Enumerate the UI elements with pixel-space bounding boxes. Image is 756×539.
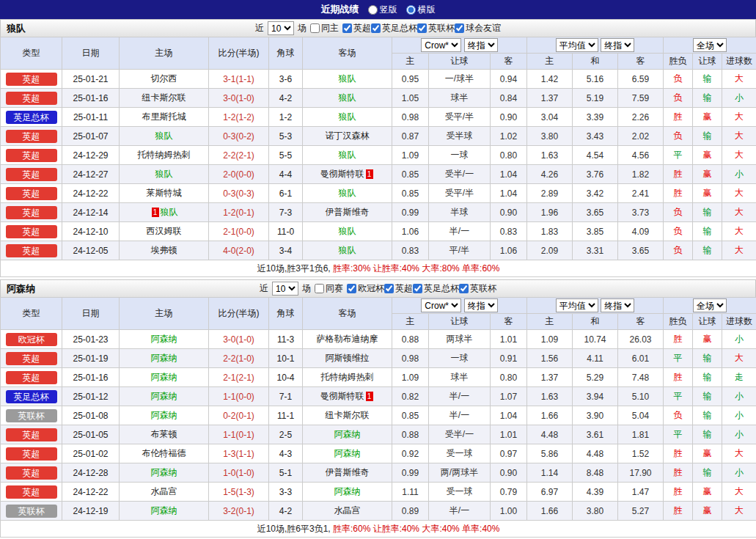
league-cell: 英超 bbox=[1, 425, 62, 444]
home-team-cell: 1狼队 bbox=[120, 203, 209, 222]
team-name: 西汉姆联 bbox=[147, 226, 182, 236]
near-label: 近 bbox=[255, 22, 264, 34]
away-team-cell: 阿斯顿维拉 bbox=[303, 349, 392, 368]
avg-odds-cell: 4.48 bbox=[527, 425, 573, 444]
team-name: 水晶宫 bbox=[334, 505, 361, 516]
league-filter-checkbox[interactable] bbox=[455, 23, 464, 33]
match-row: 英超24-12-27狼队2-0(0-0)4-4曼彻斯特联10.85受半/一1.0… bbox=[1, 165, 756, 184]
league-filter-checkbox[interactable] bbox=[371, 23, 381, 33]
avg-stage-select[interactable]: 终指 bbox=[601, 298, 634, 312]
league-badge: 英超 bbox=[6, 225, 57, 238]
odds-stage-select[interactable]: 终指 bbox=[464, 38, 498, 52]
avg-odds-cell: 2.09 bbox=[527, 241, 573, 260]
period-select[interactable]: 全场 bbox=[693, 38, 727, 52]
same-filter[interactable]: 同赛 bbox=[315, 282, 343, 295]
same-filter-checkbox[interactable] bbox=[310, 23, 320, 33]
goals-result-cell: 大 bbox=[722, 502, 756, 521]
league-cell: 英超 bbox=[1, 241, 62, 260]
horizontal-radio[interactable] bbox=[406, 5, 416, 15]
avg-stage-select[interactable]: 终指 bbox=[601, 38, 634, 52]
avg-odds-cell: 4.39 bbox=[573, 483, 618, 502]
league-filter-checkbox[interactable] bbox=[342, 23, 352, 33]
team-name: 切尔西 bbox=[151, 73, 177, 84]
league-cell: 英超 bbox=[1, 89, 62, 108]
team-name: 纽卡斯尔联 bbox=[326, 410, 370, 420]
col-header-home: 主场 bbox=[120, 298, 209, 330]
goals-result-cell: 小 bbox=[722, 387, 756, 406]
same-filter[interactable]: 同主 bbox=[310, 22, 339, 34]
score-cell: 4-0(2-0) bbox=[209, 241, 269, 260]
league-filter[interactable]: 英联杯 bbox=[459, 282, 496, 295]
result-cell: 胜 bbox=[664, 184, 693, 203]
score-cell: 2-1(2-1) bbox=[209, 368, 269, 387]
odds-stage-select[interactable]: 终指 bbox=[464, 298, 498, 312]
layout-option-horizontal[interactable]: 横版 bbox=[406, 4, 436, 16]
league-filter-checkbox[interactable] bbox=[459, 284, 469, 293]
away-team-cell: 狼队 bbox=[303, 222, 392, 241]
league-filter[interactable]: 英足总杯 bbox=[413, 282, 459, 295]
away-team-cell: 狼队 bbox=[303, 241, 392, 260]
league-cell: 英超 bbox=[1, 203, 62, 222]
same-filter-checkbox[interactable] bbox=[315, 284, 324, 293]
col-header-away: 客场 bbox=[303, 298, 392, 330]
odds-cell: 0.88 bbox=[392, 425, 429, 444]
col-header-avg-draw: 和 bbox=[573, 314, 618, 330]
team-name: 萨格勒布迪纳摩 bbox=[317, 334, 378, 344]
result-cell: 负 bbox=[664, 89, 693, 108]
league-filter[interactable]: 英足总杯 bbox=[371, 22, 417, 34]
col-header-result: 胜负 bbox=[664, 54, 693, 70]
date-cell: 25-01-16 bbox=[62, 89, 120, 108]
avg-odds-cell: 2.26 bbox=[618, 108, 664, 127]
league-cell: 英超 bbox=[1, 463, 62, 483]
odds-company-select[interactable]: Crow* bbox=[421, 298, 461, 312]
date-cell: 25-01-05 bbox=[62, 425, 120, 444]
odds-cell: 1.00 bbox=[491, 502, 527, 521]
league-filter-checkbox[interactable] bbox=[384, 284, 394, 293]
red-card-badge: 1 bbox=[152, 208, 159, 217]
league-badge: 英超 bbox=[6, 92, 57, 105]
avg-odds-cell: 5.86 bbox=[527, 444, 573, 463]
odds-cell: 0.94 bbox=[491, 70, 527, 89]
vertical-radio[interactable] bbox=[368, 5, 378, 15]
avg-odds-cell: 1.52 bbox=[618, 444, 664, 463]
avg-select[interactable]: 平均值 bbox=[556, 298, 598, 312]
team-name: 布莱顿 bbox=[151, 429, 177, 439]
league-filter[interactable]: 英联杯 bbox=[417, 22, 455, 34]
home-team-cell: 西汉姆联 bbox=[120, 222, 209, 241]
league-filter[interactable]: 球会友谊 bbox=[455, 22, 501, 34]
league-filter-checkbox[interactable] bbox=[347, 284, 356, 293]
avg-select[interactable]: 平均值 bbox=[556, 38, 598, 52]
away-team-cell: 狼队 bbox=[303, 184, 392, 203]
team-name: 伊普斯维奇 bbox=[326, 207, 370, 217]
match-row: 英超25-01-07狼队0-3(0-2)5-3诺丁汉森林0.87受半球1.023… bbox=[1, 127, 756, 146]
match-count-select[interactable]: 10 bbox=[272, 282, 298, 296]
date-cell: 24-12-22 bbox=[62, 184, 120, 203]
avg-odds-cell: 3.39 bbox=[573, 108, 618, 127]
result-cell: 平 bbox=[664, 146, 693, 165]
league-filter[interactable]: 英超 bbox=[384, 282, 413, 295]
handicap-result-cell: 赢 bbox=[693, 184, 722, 203]
avg-odds-cell: 4.54 bbox=[573, 146, 618, 165]
score-cell: 2-2(2-1) bbox=[209, 146, 269, 165]
page: 近期战绩 竖版 横版 狼队 近 10 场 同主 英超英足总杯英联杯球会 bbox=[0, 0, 756, 538]
avg-odds-cell: 26.03 bbox=[618, 330, 664, 349]
date-cell: 25-01-16 bbox=[62, 368, 120, 387]
handicap-result-cell: 输 bbox=[693, 387, 722, 406]
odds-cell: 0.97 bbox=[491, 444, 527, 463]
handicap-result-cell: 输 bbox=[693, 406, 722, 425]
team-name: 狼队 bbox=[155, 169, 173, 179]
period-select[interactable]: 全场 bbox=[693, 298, 727, 312]
league-filters: 英超英足总杯英联杯球会友谊 bbox=[342, 22, 501, 35]
odds-company-select[interactable]: Crow* bbox=[421, 38, 461, 52]
league-filter[interactable]: 英超 bbox=[342, 22, 371, 34]
league-filter[interactable]: 欧冠杯 bbox=[347, 282, 384, 295]
league-filter-checkbox[interactable] bbox=[417, 23, 427, 33]
layout-option-vertical[interactable]: 竖版 bbox=[368, 4, 397, 16]
result-cell: 负 bbox=[664, 241, 693, 260]
league-cell: 英超 bbox=[1, 184, 62, 203]
match-table-body: 英超25-01-21切尔西3-1(1-1)3-6狼队0.95一/球半0.941.… bbox=[1, 70, 756, 260]
match-count-select[interactable]: 10 bbox=[268, 21, 294, 35]
league-badge: 英足总杯 bbox=[6, 111, 57, 124]
league-filter-checkbox[interactable] bbox=[413, 284, 422, 293]
odds-cell: 0.98 bbox=[392, 349, 429, 368]
